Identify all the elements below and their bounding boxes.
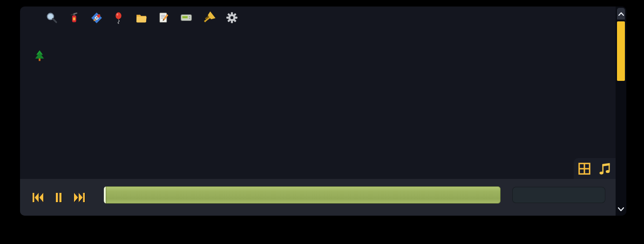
view-toggle-panel xyxy=(574,158,616,179)
pager-icon xyxy=(180,11,193,24)
folder-icon xyxy=(135,12,148,24)
next-icon xyxy=(73,192,86,203)
search-icon xyxy=(46,12,58,24)
balloon-button[interactable] xyxy=(113,12,125,24)
trumpet-icon xyxy=(203,11,216,24)
chevron-up-icon xyxy=(618,12,624,16)
player-bar xyxy=(20,179,616,216)
seekbar[interactable] xyxy=(104,186,501,204)
memo-icon xyxy=(157,12,170,24)
trumpet-button[interactable] xyxy=(203,11,216,24)
waveform-graphic xyxy=(104,186,501,204)
tree-icon[interactable] xyxy=(34,50,45,62)
scrollbar-thumb[interactable] xyxy=(617,21,625,81)
memo-button[interactable] xyxy=(157,12,170,24)
toolbar xyxy=(20,7,626,29)
status-bar xyxy=(594,7,610,29)
app-window xyxy=(20,7,626,216)
playhead-cursor[interactable] xyxy=(104,186,106,204)
balloon-icon xyxy=(113,12,125,24)
audio-panel-button[interactable] xyxy=(597,161,612,176)
folder-button[interactable] xyxy=(135,12,148,24)
grid-view-icon xyxy=(577,162,591,176)
previous-icon xyxy=(32,192,44,203)
scroll-down-button[interactable] xyxy=(617,204,625,214)
screen xyxy=(0,0,644,244)
search-button[interactable] xyxy=(46,12,58,24)
pager-button[interactable] xyxy=(180,11,193,24)
fire-extinguisher-icon xyxy=(68,12,81,24)
breadcrumb xyxy=(34,46,46,65)
grid-view-button[interactable] xyxy=(577,162,591,176)
pause-button[interactable] xyxy=(54,192,63,203)
pause-icon xyxy=(54,192,63,203)
settings-button[interactable] xyxy=(225,11,238,24)
rocket-button[interactable] xyxy=(90,12,103,24)
file-table-wrap xyxy=(32,80,564,179)
next-track-button[interactable] xyxy=(73,192,86,203)
scroll-up-button[interactable] xyxy=(617,8,625,20)
previous-track-button[interactable] xyxy=(32,192,44,203)
rocket-icon xyxy=(90,12,103,24)
gear-icon xyxy=(225,11,238,24)
chevron-down-icon xyxy=(618,207,624,211)
scrollbar[interactable] xyxy=(616,7,626,216)
player-controls xyxy=(32,179,86,216)
volume-slider[interactable] xyxy=(512,187,605,203)
fire-extinguisher-button[interactable] xyxy=(68,12,81,24)
music-note-icon xyxy=(597,161,612,176)
